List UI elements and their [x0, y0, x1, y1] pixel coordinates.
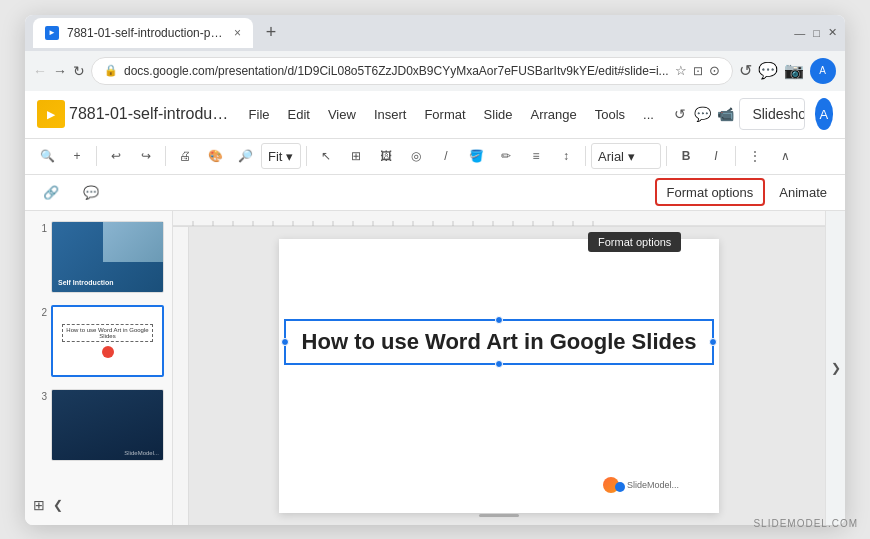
browser-tab[interactable]: ► 7881-01-self-introduction-pow... × [33, 18, 253, 48]
slide-scroll-indicator[interactable] [479, 514, 519, 517]
zoom-out-button[interactable]: 🔍 [33, 142, 61, 170]
menu-edit[interactable]: Edit [280, 103, 318, 126]
window-controls: — □ ✕ [794, 26, 837, 39]
back-button[interactable]: ← [33, 57, 47, 85]
collapse-toolbar-button[interactable]: ∧ [771, 142, 799, 170]
animate-button[interactable]: Animate [769, 178, 837, 206]
word-art-text: How to use Word Art in Google Slides [302, 329, 697, 354]
slidemodel-logo: SlideModel... [603, 477, 679, 493]
title-bar: ► 7881-01-self-introduction-pow... × + —… [25, 15, 845, 51]
zoom-select[interactable]: Fit ▾ [261, 143, 301, 169]
slide2-icon [102, 346, 114, 358]
alt-text-button[interactable]: 💬 [73, 178, 109, 206]
text-box-tool[interactable]: ⊞ [342, 142, 370, 170]
slide-panel-collapse[interactable]: ❮ [53, 498, 63, 512]
watermark: SLIDEMODEL.COM [753, 518, 858, 529]
slide-number-3: 3 [33, 389, 47, 402]
new-tab-button[interactable]: + [257, 19, 285, 47]
link-icon: 🔗 [43, 185, 59, 200]
bold-button[interactable]: B [672, 142, 700, 170]
slide-thumbnail-3[interactable]: 3 SlideModel... [29, 387, 168, 463]
grid-view-button[interactable]: ⊞ [33, 497, 45, 513]
video-icon[interactable]: 📷 [784, 61, 804, 80]
menu-format[interactable]: Format [416, 103, 473, 126]
format-options-tooltip: Format options [588, 232, 681, 252]
comments-button[interactable]: 💬 [694, 99, 711, 129]
slide-panel: 1 Self Introduction 2 How to use Word Ar… [25, 211, 173, 525]
main-slide-area: How to use Word Art in Google Slides Sli… [173, 211, 825, 525]
handle-right-center[interactable] [709, 338, 717, 346]
slide-number-1: 1 [33, 221, 47, 234]
menu-slide[interactable]: Slide [476, 103, 521, 126]
profile-button[interactable]: A [810, 58, 836, 84]
more-format-button[interactable]: ⋮ [741, 142, 769, 170]
line-color[interactable]: ✏ [492, 142, 520, 170]
slideshow-button[interactable]: Slideshow ▾ [739, 98, 804, 130]
menu-tools[interactable]: Tools [587, 103, 633, 126]
menu-more[interactable]: ... [635, 103, 662, 126]
word-art-box[interactable]: How to use Word Art in Google Slides [284, 319, 715, 365]
menu-view[interactable]: View [320, 103, 364, 126]
slides-app-icon: ▶ [37, 100, 65, 128]
bookmark-icon[interactable]: ☆ [675, 63, 687, 78]
zoom-in-button[interactable]: + [63, 142, 91, 170]
slide-preview-2: How to use Word Art in Google Slides [51, 305, 164, 377]
image-tool[interactable]: 🖼 [372, 142, 400, 170]
slide-canvas[interactable]: How to use Word Art in Google Slides Sli… [279, 239, 719, 513]
line-tool[interactable]: / [432, 142, 460, 170]
history-button[interactable]: ↺ [671, 99, 688, 129]
slide-preview-1: Self Introduction [51, 221, 164, 293]
address-input[interactable]: 🔒 docs.google.com/presentation/d/1D9CiL0… [91, 57, 733, 85]
format-toolbar: 🔍 + ↩ ↪ 🖨 🎨 🔎 Fit ▾ ↖ ⊞ 🖼 ◎ / 🪣 ✏ ≡ ↕ [25, 139, 845, 175]
link-button[interactable]: 🔗 [33, 178, 69, 206]
handle-top-center[interactable] [495, 316, 503, 324]
logo-blue-circle [615, 482, 625, 492]
more-options-button[interactable]: ⋮ [842, 61, 845, 80]
account-circle-icon[interactable]: ⊙ [709, 63, 720, 78]
refresh-button[interactable]: ↻ [73, 57, 85, 85]
font-family-select[interactable]: Arial ▾ [591, 143, 661, 169]
paint-bucket[interactable]: 🪣 [462, 142, 490, 170]
slide-number-2: 2 [33, 305, 47, 318]
maximize-button[interactable]: □ [813, 27, 820, 39]
paint-format-button[interactable]: 🎨 [201, 142, 229, 170]
line-spacing[interactable]: ↕ [552, 142, 580, 170]
screen-cast-icon[interactable]: ⊡ [693, 64, 703, 78]
slide-preview-3: SlideModel... [51, 389, 164, 461]
zoom-magnify-button[interactable]: 🔎 [231, 142, 259, 170]
redo-button[interactable]: ↪ [132, 142, 160, 170]
align-left[interactable]: ≡ [522, 142, 550, 170]
slide-thumbnail-2[interactable]: 2 How to use Word Art in Google Slides [29, 303, 168, 379]
lock-icon: 🔒 [104, 64, 118, 77]
ruler-horizontal [173, 211, 825, 227]
menu-insert[interactable]: Insert [366, 103, 415, 126]
slideshow-label[interactable]: Slideshow [740, 106, 804, 122]
account-button[interactable]: A [815, 98, 833, 130]
slide-thumbnail-1[interactable]: 1 Self Introduction [29, 219, 168, 295]
tab-title: 7881-01-self-introduction-pow... [67, 26, 226, 40]
right-panel-toggle[interactable]: ❯ [825, 211, 845, 525]
close-button[interactable]: ✕ [828, 26, 837, 39]
extension-buttons: ↺ 💬 📷 A ⋮ [739, 58, 845, 84]
format-options-button[interactable]: Format options [655, 178, 766, 206]
menu-arrange[interactable]: Arrange [523, 103, 585, 126]
history-icon[interactable]: ↺ [739, 61, 752, 80]
minimize-button[interactable]: — [794, 27, 805, 39]
undo-button[interactable]: ↩ [102, 142, 130, 170]
handle-bottom-center[interactable] [495, 360, 503, 368]
logo-text: SlideModel... [627, 480, 679, 490]
forward-button[interactable]: → [53, 57, 67, 85]
present-icon[interactable]: 📹 [717, 99, 734, 129]
slides-menu-bar: ▶ 7881-01-self-introduction-powerpoint-.… [25, 91, 845, 139]
shapes-tool[interactable]: ◎ [402, 142, 430, 170]
tab-close-button[interactable]: × [234, 26, 241, 40]
comment-ext-icon[interactable]: 💬 [758, 61, 778, 80]
print-button[interactable]: 🖨 [171, 142, 199, 170]
menu-file[interactable]: File [241, 103, 278, 126]
handle-left-center[interactable] [281, 338, 289, 346]
italic-button[interactable]: I [702, 142, 730, 170]
url-text: docs.google.com/presentation/d/1D9CiL08o… [124, 64, 669, 78]
cursor-tool[interactable]: ↖ [312, 142, 340, 170]
context-toolbar: 🔗 💬 Format options Animate [25, 175, 845, 211]
word-art-container[interactable]: How to use Word Art in Google Slides [299, 319, 699, 365]
